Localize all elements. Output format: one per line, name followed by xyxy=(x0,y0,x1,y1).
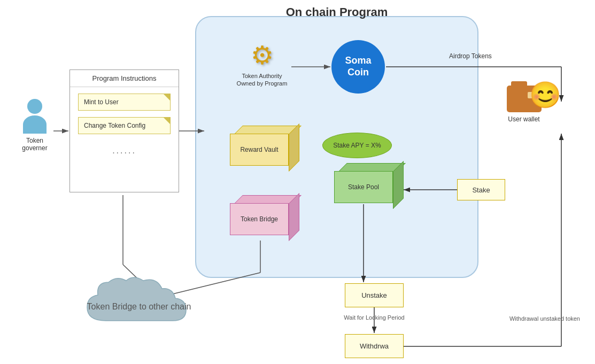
person-head xyxy=(27,99,42,114)
soma-coin: Soma Coin xyxy=(331,40,385,94)
token-authority: ⚙ Token Authority Owned by Program xyxy=(235,40,289,88)
instruction-mint: Mint to User xyxy=(78,94,171,111)
withdrawal-label: Withdrawal unstaked token xyxy=(494,315,580,322)
wallet-label: User wallet xyxy=(497,115,551,123)
person-body xyxy=(23,115,47,134)
gear-icon: ⚙ xyxy=(235,40,289,70)
stake-pool-box: Stake Pool xyxy=(334,163,404,200)
program-instructions-box: Program Instructions Mint to User Change… xyxy=(69,69,179,192)
withdraw-box: Withdrwa xyxy=(345,334,404,358)
cloud-bridge-label: Token Bridge to other chain xyxy=(80,302,198,312)
instruction-token-config: Change Token Config xyxy=(78,117,171,134)
reward-vault-front: Reward Vault xyxy=(230,134,289,166)
stake-apy: Stake APY = X% xyxy=(322,133,392,158)
token-bridge-box: Token Bridge xyxy=(230,195,299,233)
page-title: On chain Program xyxy=(195,5,478,19)
token-authority-label: Token Authority Owned by Program xyxy=(235,72,289,88)
token-bridge-wrapper: Token Bridge xyxy=(222,195,307,233)
unstake-box: Unstake xyxy=(345,283,404,307)
token-bridge-front: Token Bridge xyxy=(230,203,289,235)
token-governor: Token governer xyxy=(13,99,56,152)
stake-box: Stake xyxy=(457,179,505,200)
program-instructions-title: Program Instructions xyxy=(70,70,179,87)
stake-pool-wrapper: Stake Pool xyxy=(329,163,409,200)
reward-vault-box: Reward Vault xyxy=(230,126,299,163)
reward-vault-wrapper: Reward Vault xyxy=(222,126,307,163)
instruction-dots: ...... xyxy=(70,141,179,161)
airdrop-label: Airdrop Tokens xyxy=(449,52,492,60)
locking-period-label: Wait for Locking Period xyxy=(339,314,409,321)
governor-label: Token governer xyxy=(13,137,56,152)
smiley-face: 😊 xyxy=(529,80,561,110)
stake-pool-front: Stake Pool xyxy=(334,171,393,203)
